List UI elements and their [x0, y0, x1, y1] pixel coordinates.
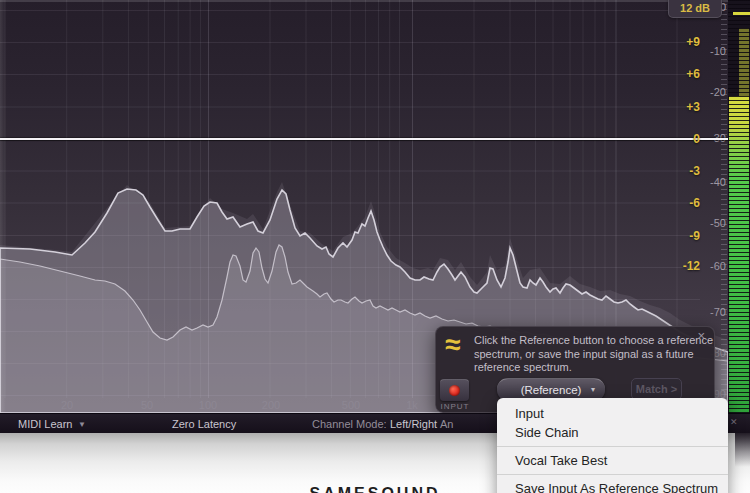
meter-tick-label: -50 — [676, 217, 726, 229]
freq-tick-label: 50 — [125, 399, 169, 411]
reference-button-label: (Reference) — [521, 384, 582, 396]
midi-learn-caret-icon: ▼ — [78, 420, 86, 429]
gain-tick-label: -6 — [660, 196, 700, 210]
channel-mode-value[interactable]: Left/Right — [390, 418, 437, 430]
menu-shadow — [735, 433, 750, 467]
gain-tick-label: +3 — [660, 100, 700, 114]
menu-item[interactable]: Save Input As Reference Spectrum — [497, 479, 728, 493]
gain-tick-label: +6 — [660, 67, 700, 81]
top-bevel — [0, 0, 750, 2]
midi-learn-button[interactable]: MIDI Learn — [18, 418, 72, 430]
menu-separator — [497, 446, 728, 447]
freq-tick-label: 200 — [249, 399, 293, 411]
left-bevel — [0, 0, 6, 413]
input-button-label: INPUT — [434, 402, 476, 411]
input-enable-button[interactable] — [440, 379, 469, 401]
record-led-icon — [449, 385, 460, 396]
freq-tick-label: 20 — [45, 399, 89, 411]
meter-peak-indicator — [733, 12, 750, 15]
reference-context-menu: InputSide ChainVocal Take BestSave Input… — [497, 398, 728, 493]
display-range-button[interactable]: 12 dB — [668, 0, 722, 18]
gain-tick-label: 0 — [660, 132, 700, 146]
gain-tick-label: +9 — [660, 35, 700, 49]
freq-tick-label: 500 — [329, 399, 373, 411]
gain-tick-label: -12 — [660, 259, 700, 273]
wave-icon: ≈ — [445, 329, 460, 361]
meter-tick-label: -20 — [676, 86, 726, 98]
output-level-meter — [728, 0, 750, 413]
tooltip-text: Click the Reference button to choose a r… — [474, 334, 716, 375]
analyzer-label-partial: An — [440, 418, 453, 430]
menu-item[interactable]: Side Chain — [497, 423, 728, 442]
close-icon[interactable]: × — [697, 328, 705, 343]
zero-db-line — [0, 138, 750, 140]
match-button[interactable]: Match > — [631, 378, 682, 400]
menu-separator — [497, 474, 728, 475]
menu-item[interactable]: Vocal Take Best — [497, 451, 728, 470]
zero-latency-button[interactable]: Zero Latency — [172, 418, 236, 430]
channel-mode-label: Channel Mode: — [312, 418, 387, 430]
meter-tick-marks — [721, 4, 727, 409]
meter-tick-label: -70 — [676, 306, 726, 318]
menu-item[interactable]: Input — [497, 404, 728, 423]
resize-grip-icon[interactable]: ✕ — [730, 417, 738, 427]
freq-tick-label: 100 — [186, 399, 230, 411]
freq-tick-label: 1k — [390, 399, 434, 411]
plugin-window: 0-10-20-30-40-50-60-70-80-90 +9+6+30-3-6… — [0, 0, 750, 493]
gain-tick-label: -9 — [660, 229, 700, 243]
gain-tick-label: -3 — [660, 164, 700, 178]
meter-segments — [728, 0, 750, 413]
